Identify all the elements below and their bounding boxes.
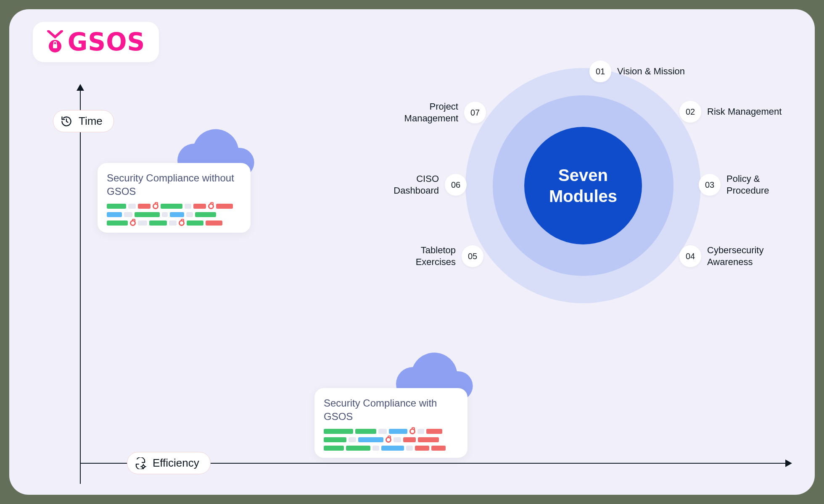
module-label: Project Management [383,101,458,124]
x-axis-label-pill: Efficiency [127,452,211,474]
module-number: 07 [464,102,486,123]
ripple-core-label: Seven Modules [524,165,642,207]
module-label: Risk Management [707,106,782,118]
brand-emblem-icon [47,30,63,54]
brand-name: GSOS [68,28,145,56]
card-title: Security Compliance without GSOS [107,171,241,198]
module-02: 02 Risk Management [679,101,782,123]
module-number: 02 [679,101,701,123]
module-number: 04 [679,245,701,267]
history-icon [60,115,73,128]
module-04: 04 Cybersecurity Awareness [679,244,783,268]
streamlined-bars-icon [324,428,458,451]
module-number: 01 [589,60,611,82]
module-06: 06 CISO Dashboard [370,173,467,197]
module-number: 03 [699,174,721,196]
x-axis-label: Efficiency [153,457,199,470]
cycle-gear-icon [134,457,147,470]
card-title: Security Compliance with GSOS [324,396,458,423]
module-label: Cybersecurity Awareness [707,244,783,268]
y-axis-label-pill: Time [53,110,114,132]
module-number: 06 [445,174,467,196]
module-number: 05 [462,245,483,267]
module-label: Vision & Mission [617,66,685,77]
outer-frame: GSOS Time [4,4,820,500]
card-compliance-without: Security Compliance without GSOS [98,163,251,233]
y-axis-label: Time [79,115,103,128]
module-05: 05 Tabletop Exercises [383,244,483,268]
module-label: Tabletop Exercises [383,244,456,268]
card-compliance-with: Security Compliance with GSOS [314,388,467,458]
svg-rect-1 [53,44,57,48]
module-07: 07 Project Management [366,101,486,124]
ripple-core: Seven Modules [524,127,642,244]
svg-point-2 [142,465,145,468]
module-label: CISO Dashboard [370,173,439,197]
module-03: 03 Policy & Procedure [699,173,802,197]
x-axis-arrow-icon [785,459,792,467]
fragmented-bars-icon [107,203,241,226]
brand-logo: GSOS [33,22,159,62]
module-01: 01 Vision & Mission [589,60,685,82]
y-axis-line [80,89,81,484]
y-axis-arrow-icon [77,84,84,91]
modules-ripple: Seven Modules 01 Vision & Mission 02 Ris… [362,51,804,320]
module-label: Policy & Procedure [726,173,802,197]
diagram-canvas: GSOS Time [9,9,815,495]
